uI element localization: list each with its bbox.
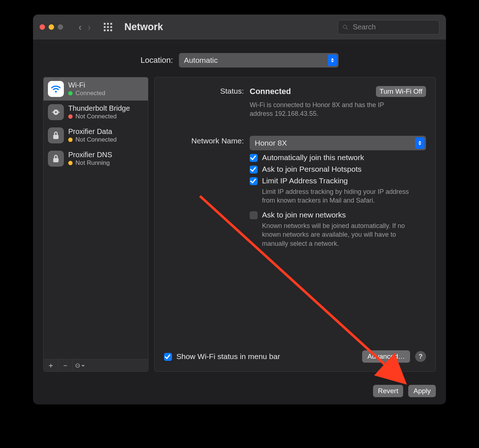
show-all-icon[interactable] [103, 23, 113, 32]
service-status: Not Running [75, 159, 110, 167]
ask-new-checkbox-row: Ask to join new networks Known networks … [250, 211, 426, 248]
ask-new-checkbox[interactable] [250, 211, 258, 219]
svg-rect-3 [104, 26, 106, 28]
minimize-window-button[interactable] [49, 24, 54, 30]
hotspot-checkbox[interactable] [250, 166, 258, 174]
service-name: Wi-Fi [68, 81, 105, 89]
service-thunderbolt-bridge[interactable]: Thunderbolt Bridge Not Connected [44, 101, 148, 124]
svg-rect-2 [110, 23, 112, 25]
svg-rect-5 [110, 26, 112, 28]
window-title: Network [124, 21, 163, 33]
svg-rect-7 [107, 29, 109, 31]
network-name-label: Network Name: [164, 136, 244, 251]
status-label: Status: [164, 86, 244, 118]
status-dot-icon [68, 161, 73, 165]
hotspot-checkbox-row: Ask to join Personal Hotspots [250, 165, 426, 174]
status-row: Status: Connected Turn Wi-Fi Off Wi-Fi i… [164, 86, 426, 118]
add-service-button[interactable]: ＋ [44, 359, 58, 371]
close-window-button[interactable] [40, 24, 45, 30]
search-icon [343, 24, 348, 30]
revert-button[interactable]: Revert [373, 385, 404, 397]
bottom-buttons: Revert Apply [33, 380, 446, 404]
search-field[interactable] [338, 20, 439, 34]
traffic-lights [40, 24, 63, 30]
chevron-updown-icon [328, 54, 337, 66]
show-menubar-checkbox-row: Show Wi-Fi status in menu bar [164, 352, 280, 361]
back-button[interactable]: ‹ [78, 21, 82, 33]
service-actions-menu[interactable] [73, 359, 87, 371]
svg-point-11 [55, 111, 57, 113]
network-name-value: Honor 8X [255, 139, 287, 147]
network-name-row: Network Name: Honor 8X Automatically joi… [164, 136, 426, 251]
limit-ip-checkbox-row: Limit IP Address Tracking Limit IP addre… [250, 176, 426, 205]
svg-rect-1 [107, 23, 109, 25]
auto-join-checkbox-row: Automatically join this network [250, 153, 426, 162]
hotspot-label: Ask to join Personal Hotspots [262, 165, 361, 174]
show-menubar-label: Show Wi-Fi status in menu bar [176, 352, 280, 361]
svg-rect-0 [104, 23, 106, 25]
auto-join-label: Automatically join this network [262, 153, 364, 162]
status-detail: Wi-Fi is connected to Honor 8X and has t… [250, 101, 406, 118]
service-wifi[interactable]: Wi-Fi Connected [44, 77, 148, 101]
status-dot-icon [68, 91, 73, 95]
network-name-select[interactable]: Honor 8X [250, 136, 426, 150]
limit-ip-label: Limit IP Address Tracking [262, 176, 348, 185]
service-detail-panel: Status: Connected Turn Wi-Fi Off Wi-Fi i… [154, 77, 436, 372]
status-value: Connected [250, 87, 291, 96]
service-proxifier-data[interactable]: Proxifier Data Not Connected [44, 124, 148, 147]
lock-icon [48, 127, 64, 143]
titlebar: ‹ › Network [33, 15, 446, 40]
service-proxifier-dns[interactable]: Proxifier DNS Not Running [44, 147, 148, 170]
ask-new-desc: Known networks will be joined automatica… [262, 221, 418, 248]
svg-rect-12 [53, 135, 59, 139]
lock-icon [48, 151, 64, 167]
limit-ip-checkbox[interactable] [250, 177, 258, 185]
service-name: Proxifier DNS [68, 151, 112, 159]
advanced-button[interactable]: Advanced… [362, 350, 410, 363]
svg-rect-8 [110, 29, 112, 31]
panel-footer: Show Wi-Fi status in menu bar Advanced… … [164, 350, 426, 363]
chevron-updown-icon [415, 137, 425, 149]
svg-point-16 [77, 365, 78, 366]
auto-join-checkbox[interactable] [250, 154, 258, 162]
service-status: Not Connected [75, 113, 116, 120]
service-name: Proxifier Data [68, 127, 116, 135]
thunderbolt-icon [48, 104, 64, 120]
wifi-icon [48, 81, 64, 97]
svg-rect-13 [53, 158, 59, 162]
service-name: Thunderbolt Bridge [68, 104, 130, 112]
chevron-down-icon [82, 364, 85, 367]
location-value: Automatic [184, 56, 218, 65]
location-select[interactable]: Automatic [179, 53, 339, 68]
apply-button[interactable]: Apply [408, 385, 436, 397]
location-label: Location: [140, 56, 173, 65]
location-row: Location: Automatic [33, 40, 446, 77]
service-status: Connected [75, 90, 105, 97]
status-dot-icon [68, 114, 73, 119]
remove-service-button[interactable]: － [58, 359, 73, 371]
svg-rect-4 [107, 26, 109, 28]
services-toolbar: ＋ － [44, 359, 148, 371]
help-button[interactable]: ? [415, 351, 426, 362]
ask-new-label: Ask to join new networks [262, 211, 346, 219]
status-dot-icon [68, 138, 73, 142]
show-menubar-checkbox[interactable] [164, 353, 172, 361]
nav-buttons: ‹ › [78, 21, 91, 33]
search-input[interactable] [352, 23, 435, 32]
zoom-window-button[interactable] [58, 24, 63, 30]
turn-wifi-off-button[interactable]: Turn Wi-Fi Off [376, 86, 426, 97]
service-status: Not Connected [75, 136, 116, 143]
network-preferences-window: ‹ › Network Location: Automatic [33, 15, 446, 404]
limit-ip-desc: Limit IP address tracking by hiding your… [262, 187, 418, 205]
svg-line-10 [346, 28, 348, 29]
forward-button[interactable]: › [87, 21, 91, 33]
svg-point-15 [77, 365, 77, 366]
svg-rect-6 [104, 29, 106, 31]
services-list: Wi-Fi Connected Thunderbolt Bridge Not C… [44, 77, 148, 359]
services-sidebar: Wi-Fi Connected Thunderbolt Bridge Not C… [43, 77, 148, 372]
body: Wi-Fi Connected Thunderbolt Bridge Not C… [33, 77, 446, 380]
svg-point-17 [78, 365, 79, 366]
